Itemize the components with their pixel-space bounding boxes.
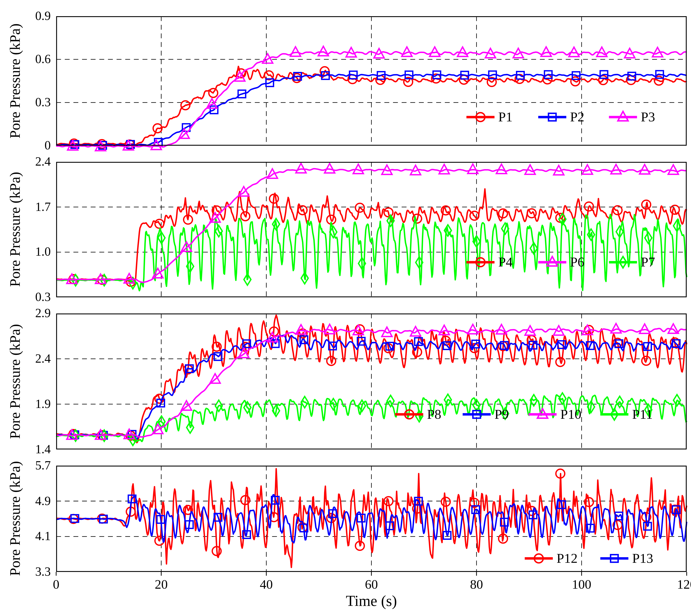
y-tick-4-4.9: 4.9 (4, 494, 51, 508)
y-tick-2-2.4: 2.4 (4, 155, 51, 169)
legend-item-P7: P7 (609, 255, 655, 269)
x-axis-label: Time (s) (346, 592, 397, 610)
y-tick-1-0.3: 0.3 (4, 95, 51, 110)
legend-item-P1: P1 (467, 110, 513, 124)
series-markers-P9 (71, 336, 680, 439)
legend-label: P1 (498, 110, 513, 124)
legend-label: P10 (560, 407, 581, 421)
plot-area-3 (56, 313, 687, 449)
x-tick-120: 120 (661, 577, 691, 591)
legend-label: P2 (570, 110, 584, 124)
y-axis-label-1: Pore Pressure (kPa) (7, 24, 24, 138)
y-tick-1-0: 0 (4, 139, 51, 153)
legend-item-P11: P11 (600, 407, 653, 421)
legend-label: P3 (641, 110, 655, 124)
x-tick-40: 40 (240, 577, 292, 591)
legend-item-P4: P4 (467, 255, 513, 269)
x-tick-100: 100 (556, 577, 607, 591)
legend-item-P10: P10 (528, 407, 581, 421)
x-tick-80: 80 (451, 577, 502, 591)
y-tick-4-3.3: 3.3 (4, 565, 51, 579)
x-tick-0: 0 (30, 577, 82, 591)
legend-item-P9: P9 (463, 407, 509, 421)
x-tick-60: 60 (346, 577, 397, 591)
legend-item-P8: P8 (395, 407, 441, 421)
plot-area-4 (56, 466, 687, 572)
y-tick-2-1.0: 1.0 (4, 245, 51, 259)
y-tick-4-5.7: 5.7 (4, 459, 51, 473)
legend-label: P4 (498, 255, 513, 269)
legend-item-P13: P13 (600, 552, 653, 566)
y-axis-label-4: Pore Pressure (kPa) (7, 461, 24, 576)
legend-label: P12 (557, 552, 578, 566)
legend-label: P9 (495, 407, 509, 421)
plot-area-2 (56, 162, 687, 297)
plot-svg-1 (56, 16, 687, 146)
y-tick-3-2.9: 2.9 (4, 306, 51, 321)
legend-item-P12: P12 (525, 552, 578, 566)
legend-label: P13 (632, 552, 653, 566)
y-axis-label-3: Pore Pressure (kPa) (7, 324, 24, 439)
y-tick-2-1.7: 1.7 (4, 200, 51, 214)
y-axis-label-2: Pore Pressure (kPa) (7, 172, 24, 287)
y-tick-2-0.3: 0.3 (4, 290, 51, 304)
legend-item-P3: P3 (609, 110, 655, 124)
plot-area-1 (56, 16, 687, 146)
series-markers-P3 (68, 46, 663, 151)
plot-svg-4 (56, 466, 687, 572)
y-tick-1-0.6: 0.6 (4, 52, 51, 66)
figure: Pore Pressure (kPa) 0.90.60.30P1P2P3 Por… (0, 0, 691, 616)
y-tick-3-1.9: 1.9 (4, 397, 51, 411)
y-tick-4-4.1: 4.1 (4, 529, 51, 544)
y-tick-1-0.9: 0.9 (4, 9, 51, 23)
legend-item-P6: P6 (538, 255, 584, 269)
x-tick-20: 20 (135, 577, 187, 591)
y-tick-3-1.4: 1.4 (4, 442, 51, 457)
legend-label: P11 (632, 407, 653, 421)
legend-label: P8 (427, 407, 441, 421)
plot-svg-3 (56, 313, 687, 449)
y-tick-3-2.4: 2.4 (4, 352, 51, 366)
plot-svg-2 (56, 162, 687, 297)
legend-label: P6 (570, 255, 584, 269)
legend-item-P2: P2 (538, 110, 584, 124)
legend-label: P7 (641, 255, 655, 269)
